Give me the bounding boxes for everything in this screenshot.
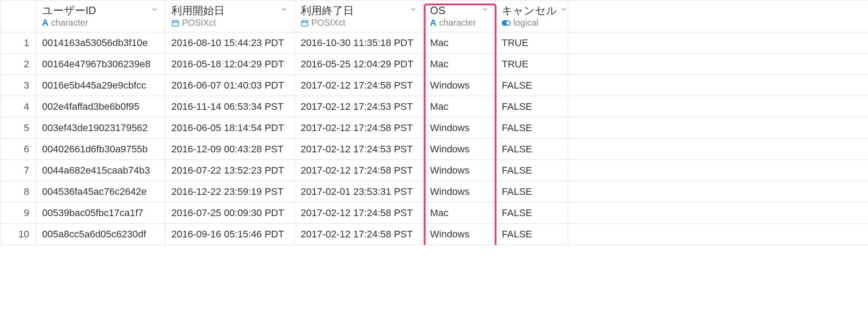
- row-number: 7: [0, 160, 36, 181]
- row-number: 8: [0, 181, 36, 202]
- cell-cancel[interactable]: TRUE: [496, 54, 568, 75]
- blank-cell: [568, 32, 868, 54]
- row-number: 9: [0, 202, 36, 224]
- cell-end[interactable]: 2017-02-12 17:24:58 PST: [294, 224, 424, 245]
- cell-start[interactable]: 2016-12-22 23:59:19 PST: [165, 181, 294, 202]
- cell-start[interactable]: 2016-11-14 06:53:34 PST: [165, 96, 294, 117]
- cell-start[interactable]: 2016-09-16 05:15:46 PDT: [165, 224, 294, 245]
- column-title: 利用開始日: [171, 4, 225, 17]
- column-header-start[interactable]: 利用開始日 POSIXct: [165, 0, 294, 32]
- cell-user-id[interactable]: 0016e5b445a29e9cbfcc: [36, 75, 165, 96]
- calendar-icon: [301, 19, 309, 27]
- cell-cancel[interactable]: FALSE: [496, 75, 568, 96]
- table-row[interactable]: 5003ef43de190231795622016-06-05 18:14:54…: [0, 117, 868, 139]
- table-row[interactable]: 30016e5b445a29e9cbfcc2016-06-07 01:40:03…: [0, 75, 868, 96]
- cell-end[interactable]: 2016-10-30 11:35:18 PDT: [294, 32, 424, 54]
- cell-os[interactable]: Windows: [424, 224, 496, 245]
- blank-cell: [568, 139, 868, 160]
- cell-user-id[interactable]: 00164e47967b306239e8: [36, 54, 165, 75]
- cell-user-id[interactable]: 0014163a53056db3f10e: [36, 32, 165, 54]
- cell-cancel[interactable]: FALSE: [496, 202, 568, 224]
- cell-end[interactable]: 2017-02-12 17:24:58 PST: [294, 202, 424, 224]
- cell-user-id[interactable]: 0044a682e415caab74b3: [36, 160, 165, 181]
- cell-start[interactable]: 2016-08-10 15:44:23 PDT: [165, 32, 294, 54]
- table-row[interactable]: 10014163a53056db3f10e2016-08-10 15:44:23…: [0, 32, 868, 54]
- cell-os[interactable]: Windows: [424, 160, 496, 181]
- blank-cell: [568, 75, 868, 96]
- column-header-user-id[interactable]: ユーザーID A character: [36, 0, 165, 32]
- cell-cancel[interactable]: FALSE: [496, 224, 568, 245]
- cell-start[interactable]: 2016-07-25 00:09:30 PDT: [165, 202, 294, 224]
- row-number: 1: [0, 32, 36, 54]
- chevron-down-icon[interactable]: [280, 5, 288, 16]
- column-header-cancel[interactable]: キャンセル logical: [496, 0, 568, 32]
- cell-cancel[interactable]: FALSE: [496, 139, 568, 160]
- cell-cancel[interactable]: FALSE: [496, 96, 568, 117]
- cell-start[interactable]: 2016-05-18 12:04:29 PDT: [165, 54, 294, 75]
- column-type: POSIXct: [311, 18, 345, 28]
- blank-cell: [568, 181, 868, 202]
- table-row[interactable]: 900539bac05fbc17ca1f72016-07-25 00:09:30…: [0, 202, 868, 224]
- column-type: character: [51, 18, 88, 28]
- table-row[interactable]: 600402661d6fb30a9755b2016-12-09 00:43:28…: [0, 139, 868, 160]
- cell-cancel[interactable]: TRUE: [496, 32, 568, 54]
- svg-point-9: [506, 21, 510, 25]
- cell-os[interactable]: Windows: [424, 139, 496, 160]
- column-title: キャンセル: [502, 4, 557, 17]
- cell-os[interactable]: Windows: [424, 181, 496, 202]
- blank-cell: [568, 160, 868, 181]
- cell-start[interactable]: 2016-12-09 00:43:28 PST: [165, 139, 294, 160]
- cell-start[interactable]: 2016-06-05 18:14:54 PDT: [165, 117, 294, 139]
- row-number: 10: [0, 224, 36, 245]
- table-row[interactable]: 10005a8cc5a6d05c6230df2016-09-16 05:15:4…: [0, 224, 868, 245]
- chevron-down-icon[interactable]: [560, 5, 568, 16]
- cell-start[interactable]: 2016-06-07 01:40:03 PDT: [165, 75, 294, 96]
- cell-end[interactable]: 2016-05-25 12:04:29 PDT: [294, 54, 424, 75]
- character-type-icon: A: [430, 18, 436, 28]
- cell-start[interactable]: 2016-07-22 13:52:23 PDT: [165, 160, 294, 181]
- column-title: 利用終了日: [301, 4, 354, 17]
- cell-cancel[interactable]: FALSE: [496, 160, 568, 181]
- chevron-down-icon[interactable]: [409, 5, 417, 16]
- blank-cell: [568, 224, 868, 245]
- chevron-down-icon[interactable]: [481, 5, 489, 16]
- blank-cell: [568, 96, 868, 117]
- cell-user-id[interactable]: 003ef43de19023179562: [36, 117, 165, 139]
- svg-rect-0: [172, 21, 178, 26]
- cell-os[interactable]: Mac: [424, 54, 496, 75]
- cell-user-id[interactable]: 00402661d6fb30a9755b: [36, 139, 165, 160]
- blank-cell: [568, 117, 868, 139]
- cell-os[interactable]: Windows: [424, 117, 496, 139]
- cell-os[interactable]: Windows: [424, 75, 496, 96]
- cell-cancel[interactable]: FALSE: [496, 117, 568, 139]
- cell-os[interactable]: Mac: [424, 96, 496, 117]
- cell-os[interactable]: Mac: [424, 32, 496, 54]
- cell-end[interactable]: 2017-02-12 17:24:53 PST: [294, 96, 424, 117]
- cell-end[interactable]: 2017-02-12 17:24:53 PST: [294, 139, 424, 160]
- table-row[interactable]: 70044a682e415caab74b32016-07-22 13:52:23…: [0, 160, 868, 181]
- column-header-end[interactable]: 利用終了日 POSIXct: [294, 0, 424, 32]
- chevron-down-icon[interactable]: [151, 5, 159, 16]
- cell-end[interactable]: 2017-02-12 17:24:58 PST: [294, 117, 424, 139]
- table-row[interactable]: 200164e47967b306239e82016-05-18 12:04:29…: [0, 54, 868, 75]
- column-type: character: [439, 18, 476, 28]
- blank-header: [568, 0, 868, 32]
- cell-end[interactable]: 2017-02-01 23:53:31 PST: [294, 181, 424, 202]
- cell-end[interactable]: 2017-02-12 17:24:58 PST: [294, 75, 424, 96]
- cell-end[interactable]: 2017-02-12 17:24:58 PST: [294, 160, 424, 181]
- toggle-icon: [502, 20, 511, 26]
- row-number: 4: [0, 96, 36, 117]
- cell-user-id[interactable]: 002e4faffad3be6b0f95: [36, 96, 165, 117]
- data-table: ユーザーID A character 利用開始日: [0, 0, 868, 245]
- blank-cell: [568, 202, 868, 224]
- column-header-os[interactable]: OS A character: [424, 0, 496, 32]
- cell-user-id[interactable]: 005a8cc5a6d05c6230df: [36, 224, 165, 245]
- table-row[interactable]: 8004536fa45ac76c2642e2016-12-22 23:59:19…: [0, 181, 868, 202]
- cell-cancel[interactable]: FALSE: [496, 181, 568, 202]
- row-number: 2: [0, 54, 36, 75]
- cell-os[interactable]: Mac: [424, 202, 496, 224]
- column-type: logical: [513, 18, 539, 28]
- table-row[interactable]: 4002e4faffad3be6b0f952016-11-14 06:53:34…: [0, 96, 868, 117]
- cell-user-id[interactable]: 004536fa45ac76c2642e: [36, 181, 165, 202]
- cell-user-id[interactable]: 00539bac05fbc17ca1f7: [36, 202, 165, 224]
